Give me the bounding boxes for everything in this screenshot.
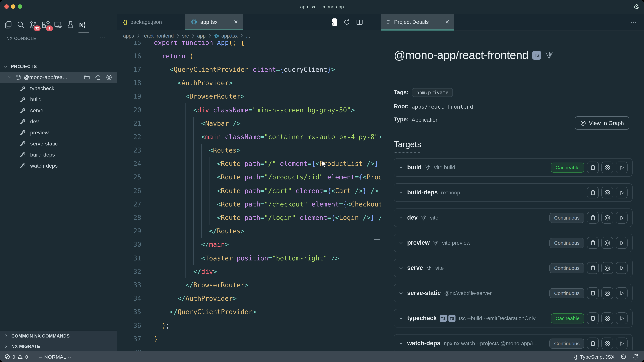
chevron-down-icon[interactable]: [399, 291, 403, 295]
code-line[interactable]: 34 </AuthProvider>: [117, 292, 381, 305]
code-line[interactable]: 38: [117, 346, 381, 351]
testing-flask-icon[interactable]: [66, 21, 75, 29]
breadcrumb-item[interactable]: app.tsx: [221, 33, 238, 38]
remote-explorer-icon[interactable]: [54, 21, 63, 29]
tree-item-build-deps[interactable]: build-deps: [0, 149, 117, 160]
copy-button[interactable]: [587, 312, 599, 324]
section-common-nx-commands[interactable]: COMMON NX COMMANDS: [0, 331, 117, 341]
run-target-button[interactable]: [616, 212, 628, 224]
code-line[interactable]: 21 <Navbar />: [117, 117, 381, 130]
copy-button[interactable]: [587, 262, 599, 274]
code-line[interactable]: 33 </BrowserRouter>: [117, 278, 381, 292]
language-mode[interactable]: {} TypeScript JSX: [574, 354, 614, 360]
run-target-button[interactable]: [616, 187, 628, 198]
tab-app-tsx[interactable]: app.tsx ✕: [185, 14, 243, 30]
code-line[interactable]: 31 <Toaster position="bottom-right" />: [117, 251, 381, 265]
target-name[interactable]: typecheck: [407, 315, 437, 322]
tree-item-serve-static[interactable]: serve-static: [0, 138, 117, 149]
code-line[interactable]: 26 <Route path="/cart" element={<Cart />…: [117, 184, 381, 197]
copy-button[interactable]: [587, 162, 599, 173]
view-target-button[interactable]: [602, 162, 613, 173]
target-name[interactable]: serve: [407, 265, 423, 272]
code-line[interactable]: 20 <div className="min-h-screen bg-gray-…: [117, 103, 381, 117]
view-target-button[interactable]: [602, 312, 613, 324]
view-graph-icon[interactable]: [106, 74, 112, 80]
target-name[interactable]: watch-deps: [407, 340, 440, 347]
code-line[interactable]: 18 <AuthProvider>: [117, 76, 381, 90]
breadcrumb-item[interactable]: react-frontend: [142, 33, 174, 38]
view-target-button[interactable]: [602, 262, 613, 274]
tree-item-preview[interactable]: preview: [0, 127, 117, 138]
more-actions-icon[interactable]: ⋯: [630, 18, 637, 26]
more-actions-icon[interactable]: ⋯: [100, 34, 106, 41]
run-target-button[interactable]: [616, 162, 628, 173]
view-in-graph-button[interactable]: View In Graph: [575, 116, 629, 130]
copilot-icon[interactable]: [620, 354, 626, 360]
run-target-button[interactable]: [616, 338, 628, 349]
folder-icon[interactable]: [84, 74, 90, 80]
breadcrumb-item[interactable]: src: [182, 33, 189, 38]
code-line[interactable]: 17 <QueryClientProvider client={queryCli…: [117, 63, 381, 76]
copy-button[interactable]: [587, 212, 599, 224]
section-nx-migrate[interactable]: NX MIGRATE: [0, 341, 117, 351]
chevron-down-icon[interactable]: [399, 165, 403, 170]
target-name[interactable]: dev: [407, 214, 418, 221]
explorer-icon[interactable]: [4, 21, 13, 29]
view-target-button[interactable]: [602, 187, 613, 198]
target-name[interactable]: build-deps: [407, 189, 438, 196]
run-target-button[interactable]: [616, 287, 628, 299]
breadcrumb-item[interactable]: apps: [123, 33, 134, 38]
tree-item-typecheck[interactable]: typecheck: [0, 83, 117, 94]
target-name[interactable]: preview: [407, 239, 430, 246]
code-line[interactable]: 35 </QueryClientProvider>: [117, 305, 381, 319]
split-editor-icon[interactable]: [356, 18, 363, 25]
tree-item-dev[interactable]: dev: [0, 116, 117, 127]
chevron-down-icon[interactable]: [399, 316, 403, 321]
view-target-button[interactable]: [602, 212, 613, 224]
code-line[interactable]: 25 <Route path="/products/:id" element={…: [117, 171, 381, 184]
code-line[interactable]: 19 <BrowserRouter>: [117, 90, 381, 103]
copy-button[interactable]: [587, 187, 599, 198]
run-target-button[interactable]: [616, 262, 628, 274]
errors-icon[interactable]: [5, 354, 10, 359]
copy-button[interactable]: [587, 287, 599, 299]
code-line[interactable]: 37 }: [117, 332, 381, 346]
view-target-button[interactable]: [602, 338, 613, 349]
copy-button[interactable]: [587, 237, 599, 249]
code-line[interactable]: 24 <Route path="/" element={<ProductList…: [117, 157, 381, 170]
chevron-down-icon[interactable]: [399, 266, 403, 270]
warnings-icon[interactable]: [18, 354, 23, 359]
tree-item-serve[interactable]: serve: [0, 105, 117, 116]
tree-item-build[interactable]: build: [0, 94, 117, 105]
close-icon[interactable]: ✕: [445, 19, 450, 25]
tree-item-project[interactable]: @mono-app/rea...: [0, 72, 117, 83]
tab-package-json[interactable]: {} package.json: [117, 14, 185, 30]
open-project-details-icon[interactable]: ⚙: [331, 18, 338, 26]
extensions-icon[interactable]: 1: [42, 21, 50, 29]
vim-mode-indicator[interactable]: -- NORMAL --: [39, 354, 71, 360]
code-line[interactable]: 36 );: [117, 319, 381, 332]
chevron-down-icon[interactable]: [399, 216, 403, 220]
code-line[interactable]: 32 </div>: [117, 265, 381, 278]
nx-console-icon[interactable]: N⟩: [79, 21, 88, 29]
tree-item-watch-deps[interactable]: watch-deps: [0, 160, 117, 171]
target-name[interactable]: build: [407, 164, 422, 171]
code-line[interactable]: 16 return (: [117, 49, 381, 63]
search-icon[interactable]: [17, 21, 26, 29]
code-line[interactable]: 23 <Routes>: [117, 144, 381, 157]
chevron-down-icon[interactable]: [399, 241, 403, 245]
copy-button[interactable]: [587, 338, 599, 349]
code-line[interactable]: 30 </main>: [117, 238, 381, 251]
more-actions-icon[interactable]: ⋯: [369, 18, 375, 26]
breadcrumb-item[interactable]: app: [197, 33, 206, 38]
code-line[interactable]: 27 <Route path="/checkout" element={<Che…: [117, 198, 381, 211]
settings-gear-icon[interactable]: ⚙: [633, 2, 639, 11]
code-line[interactable]: 28 <Route path="/login" element={<Login …: [117, 211, 381, 224]
code-area[interactable]: 15 export function App() { 16 return ( 1…: [117, 36, 381, 351]
tab-project-details[interactable]: Project Details ✕: [381, 14, 454, 30]
target-name[interactable]: serve-static: [407, 290, 441, 297]
code-line[interactable]: 22 <main className="container mx-auto px…: [117, 130, 381, 144]
run-target-button[interactable]: [616, 312, 628, 324]
refresh-icon[interactable]: [344, 18, 350, 25]
close-icon[interactable]: ✕: [234, 19, 238, 25]
